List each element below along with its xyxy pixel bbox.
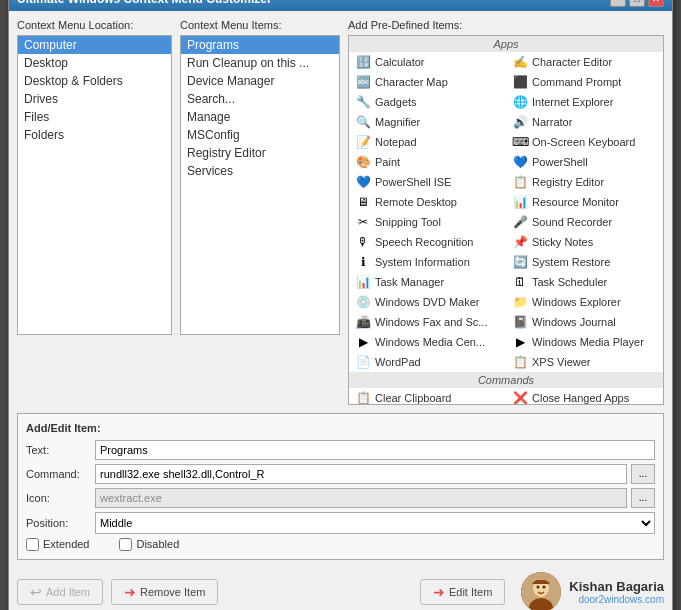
position-select[interactable]: Top Middle Bottom — [95, 512, 655, 534]
remove-item-button[interactable]: ➜ Remove Item — [111, 579, 218, 605]
app-item-sticky-notes[interactable]: 📌 Sticky Notes — [506, 232, 663, 252]
menu-item-device-manager[interactable]: Device Manager — [181, 72, 339, 90]
magnifier-icon: 🔍 — [355, 114, 371, 130]
command-row: Command: ... — [26, 464, 655, 484]
app-item-notepad[interactable]: 📝 Notepad — [349, 132, 506, 152]
location-item-folders[interactable]: Folders — [18, 126, 171, 144]
character-map-label: Character Map — [375, 76, 448, 88]
maximize-button[interactable]: □ — [629, 0, 645, 7]
registry-editor-label: Registry Editor — [532, 176, 604, 188]
app-item-command-prompt[interactable]: ⬛ Command Prompt — [506, 72, 663, 92]
app-item-system-restore[interactable]: 🔄 System Restore — [506, 252, 663, 272]
add-item-icon: ↩ — [30, 584, 42, 600]
menu-item-search[interactable]: Search... — [181, 90, 339, 108]
location-item-computer[interactable]: Computer — [18, 36, 171, 54]
snipping-tool-label: Snipping Tool — [375, 216, 441, 228]
location-item-desktop[interactable]: Desktop — [18, 54, 171, 72]
app-item-powershell-ise[interactable]: 💙 PowerShell ISE — [349, 172, 506, 192]
app-item-narrator[interactable]: 🔊 Narrator — [506, 112, 663, 132]
remote-desktop-label: Remote Desktop — [375, 196, 457, 208]
disabled-checkbox[interactable] — [119, 538, 132, 551]
clear-clipboard-icon: 📋 — [355, 390, 371, 405]
app-item-registry-editor[interactable]: 📋 Registry Editor — [506, 172, 663, 192]
edit-item-button[interactable]: ➜ Edit Item — [420, 579, 505, 605]
svg-point-3 — [537, 585, 540, 588]
app-item-sound-recorder[interactable]: 🎤 Sound Recorder — [506, 212, 663, 232]
app-item-system-information[interactable]: ℹ System Information — [349, 252, 506, 272]
close-button[interactable]: ✕ — [648, 0, 664, 7]
cmd-item-close-hanged-apps[interactable]: ❌ Close Hanged Apps — [506, 388, 663, 405]
on-screen-keyboard-label: On-Screen Keyboard — [532, 136, 635, 148]
main-window: Ultimate Windows Context Menu Customizer… — [8, 0, 673, 610]
app-item-calculator[interactable]: 🔢 Calculator — [349, 52, 506, 72]
command-input[interactable] — [95, 464, 627, 484]
position-label: Position: — [26, 517, 91, 529]
app-item-paint[interactable]: 🎨 Paint — [349, 152, 506, 172]
app-item-character-editor[interactable]: ✍ Character Editor — [506, 52, 663, 72]
app-item-windows-journal[interactable]: 📓 Windows Journal — [506, 312, 663, 332]
app-item-gadgets[interactable]: 🔧 Gadgets — [349, 92, 506, 112]
app-item-on-screen-keyboard[interactable]: ⌨ On-Screen Keyboard — [506, 132, 663, 152]
app-item-task-manager[interactable]: 📊 Task Manager — [349, 272, 506, 292]
extended-label-text: Extended — [43, 538, 89, 550]
context-menu-items-list: Programs Run Cleanup on this ... Device … — [180, 35, 340, 335]
menu-item-manage[interactable]: Manage — [181, 108, 339, 126]
character-map-icon: 🔤 — [355, 74, 371, 90]
menu-item-msconfig[interactable]: MSConfig — [181, 126, 339, 144]
windows-dvd-maker-icon: 💿 — [355, 294, 371, 310]
app-item-task-scheduler[interactable]: 🗓 Task Scheduler — [506, 272, 663, 292]
system-information-label: System Information — [375, 256, 470, 268]
app-item-windows-fax[interactable]: 📠 Windows Fax and Sc... — [349, 312, 506, 332]
icon-browse-button[interactable]: ... — [631, 488, 655, 508]
location-item-desktop-folders[interactable]: Desktop & Folders — [18, 72, 171, 90]
app-item-resource-monitor[interactable]: 📊 Resource Monitor — [506, 192, 663, 212]
context-menu-items-label: Context Menu Items: — [180, 19, 340, 31]
xps-viewer-label: XPS Viewer — [532, 356, 591, 368]
icon-label: Icon: — [26, 492, 91, 504]
brand-text: Kishan Bagaria door2windows.com — [569, 579, 664, 605]
minimize-button[interactable]: ─ — [610, 0, 626, 7]
location-item-files[interactable]: Files — [18, 108, 171, 126]
app-item-xps-viewer[interactable]: 📋 XPS Viewer — [506, 352, 663, 372]
app-item-wordpad[interactable]: 📄 WordPad — [349, 352, 506, 372]
windows-media-center-label: Windows Media Cen... — [375, 336, 485, 348]
notepad-label: Notepad — [375, 136, 417, 148]
gadgets-icon: 🔧 — [355, 94, 371, 110]
add-item-button[interactable]: ↩ Add Item — [17, 579, 103, 605]
app-item-magnifier[interactable]: 🔍 Magnifier — [349, 112, 506, 132]
extended-checkbox[interactable] — [26, 538, 39, 551]
main-content: Context Menu Location: Computer Desktop … — [9, 11, 672, 611]
app-item-windows-media-center[interactable]: ▶ Windows Media Cen... — [349, 332, 506, 352]
windows-media-player-icon: ▶ — [512, 334, 528, 350]
edit-item-icon: ➜ — [433, 584, 445, 600]
text-label: Text: — [26, 444, 91, 456]
narrator-label: Narrator — [532, 116, 572, 128]
app-item-windows-explorer[interactable]: 📁 Windows Explorer — [506, 292, 663, 312]
cmd-item-clear-clipboard[interactable]: 📋 Clear Clipboard — [349, 388, 506, 405]
app-item-speech-recognition[interactable]: 🎙 Speech Recognition — [349, 232, 506, 252]
windows-dvd-maker-label: Windows DVD Maker — [375, 296, 480, 308]
icon-input[interactable] — [95, 488, 627, 508]
menu-item-services[interactable]: Services — [181, 162, 339, 180]
windows-fax-label: Windows Fax and Sc... — [375, 316, 488, 328]
app-item-windows-dvd-maker[interactable]: 💿 Windows DVD Maker — [349, 292, 506, 312]
windows-explorer-icon: 📁 — [512, 294, 528, 310]
app-item-windows-media-player[interactable]: ▶ Windows Media Player — [506, 332, 663, 352]
command-browse-button[interactable]: ... — [631, 464, 655, 484]
context-menu-location-list: Computer Desktop Desktop & Folders Drive… — [17, 35, 172, 335]
branding: Kishan Bagaria door2windows.com — [521, 572, 664, 611]
app-item-remote-desktop[interactable]: 🖥 Remote Desktop — [349, 192, 506, 212]
character-editor-icon: ✍ — [512, 54, 528, 70]
text-input[interactable] — [95, 440, 655, 460]
menu-item-run-cleanup[interactable]: Run Cleanup on this ... — [181, 54, 339, 72]
powershell-ise-label: PowerShell ISE — [375, 176, 451, 188]
menu-item-programs[interactable]: Programs — [181, 36, 339, 54]
edit-item-label: Edit Item — [449, 586, 492, 598]
app-item-snipping-tool[interactable]: ✂ Snipping Tool — [349, 212, 506, 232]
left-actions: ↩ Add Item ➜ Remove Item — [17, 579, 218, 605]
app-item-powershell[interactable]: 💙 PowerShell — [506, 152, 663, 172]
location-item-drives[interactable]: Drives — [18, 90, 171, 108]
app-item-internet-explorer[interactable]: 🌐 Internet Explorer — [506, 92, 663, 112]
app-item-character-map[interactable]: 🔤 Character Map — [349, 72, 506, 92]
menu-item-registry-editor[interactable]: Registry Editor — [181, 144, 339, 162]
